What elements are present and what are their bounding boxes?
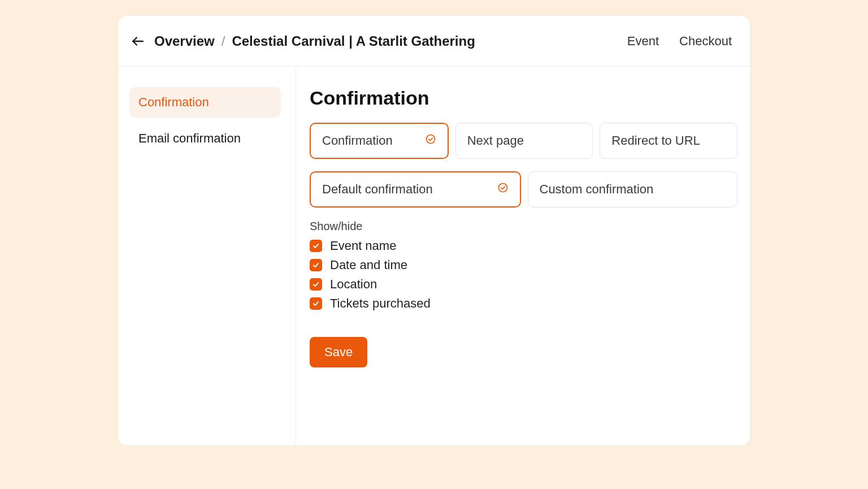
option-label: Next page (467, 133, 524, 148)
option-next-page[interactable]: Next page (455, 123, 593, 159)
check-icon (312, 280, 320, 288)
body-layout: Confirmation Email confirmation Confirma… (118, 67, 750, 445)
check-circle-icon (425, 133, 436, 148)
checkbox-row-date-time: Date and time (310, 258, 737, 272)
nav-event[interactable]: Event (627, 34, 659, 49)
checkbox-tickets[interactable] (310, 297, 322, 310)
breadcrumb: Overview / Celestial Carnival | A Starli… (131, 33, 475, 49)
option-label: Redirect to URL (611, 133, 700, 148)
option-default-confirmation[interactable]: Default confirmation (310, 171, 521, 207)
checkbox-label: Tickets purchased (330, 296, 431, 311)
option-label: Confirmation (322, 133, 393, 148)
checkbox-date-time[interactable] (310, 259, 322, 271)
svg-point-1 (426, 135, 435, 144)
breadcrumb-separator: / (222, 33, 225, 49)
page-type-selector: Confirmation Next page Redirect to URL (310, 123, 737, 159)
checkbox-event-name[interactable] (310, 240, 322, 252)
checkbox-row-event-name: Event name (310, 239, 737, 253)
breadcrumb-overview[interactable]: Overview (154, 33, 215, 49)
checkbox-label: Event name (330, 239, 396, 253)
checkbox-row-tickets: Tickets purchased (310, 296, 737, 311)
nav-checkout[interactable]: Checkout (679, 34, 732, 49)
sidebar-item-label: Confirmation (138, 95, 209, 109)
checkbox-row-location: Location (310, 277, 737, 292)
settings-card: Overview / Celestial Carnival | A Starli… (118, 16, 750, 445)
option-custom-confirmation[interactable]: Custom confirmation (528, 171, 738, 207)
checkbox-location[interactable] (310, 278, 322, 291)
check-icon (312, 261, 320, 269)
check-circle-icon (497, 182, 509, 197)
checkbox-label: Location (330, 277, 377, 292)
option-redirect-url[interactable]: Redirect to URL (600, 123, 737, 159)
top-nav: Event Checkout (627, 34, 732, 49)
show-hide-list: Event name Date and time Location (310, 239, 737, 311)
template-selector: Default confirmation Custom confirmation (310, 171, 737, 207)
sidebar-item-email-confirmation[interactable]: Email confirmation (129, 123, 281, 154)
breadcrumb-title: Celestial Carnival | A Starlit Gathering (232, 33, 475, 49)
option-confirmation[interactable]: Confirmation (310, 123, 449, 159)
option-label: Default confirmation (322, 182, 433, 197)
main-panel: Confirmation Confirmation Next page Red (296, 67, 750, 445)
option-label: Custom confirmation (540, 182, 654, 197)
check-icon (312, 300, 320, 308)
sidebar-item-label: Email confirmation (138, 131, 241, 145)
check-icon (312, 242, 320, 250)
back-arrow-icon[interactable] (131, 34, 145, 49)
top-bar: Overview / Celestial Carnival | A Starli… (118, 16, 750, 67)
save-button[interactable]: Save (310, 337, 367, 367)
svg-point-2 (498, 184, 507, 192)
checkbox-label: Date and time (330, 258, 407, 272)
sidebar-item-confirmation[interactable]: Confirmation (129, 87, 281, 118)
show-hide-label: Show/hide (310, 220, 737, 233)
page-title: Confirmation (310, 87, 737, 109)
sidebar: Confirmation Email confirmation (118, 67, 296, 445)
